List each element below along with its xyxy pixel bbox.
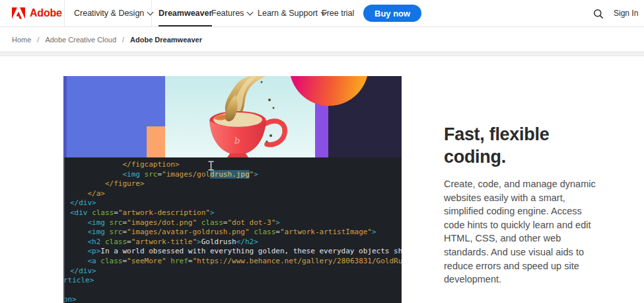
red-cup-gold-splash-illustration: b (196, 76, 314, 157)
code-line: <a class="seeMore" href="https://www.beh… (70, 257, 402, 267)
feature-body-text: Create, code, and manage dynamic website… (444, 177, 601, 286)
nav-divider (64, 0, 65, 26)
breadcrumb-separator: / (37, 36, 39, 44)
nav-item-creativity-design[interactable]: Creativity & Design (74, 0, 153, 26)
section-divider (0, 52, 644, 56)
active-tab-underline (159, 25, 212, 26)
artwork-blue-edge (63, 76, 67, 157)
nav-item-label: Creativity & Design (74, 9, 144, 18)
code-line (70, 286, 402, 296)
code-lines: </figcaption><img src="images/goldrush.j… (70, 160, 402, 303)
code-line: <div class="artwork-description"> (70, 208, 402, 218)
nav-item-features[interactable]: Features (211, 0, 252, 26)
text-ibeam-cursor-icon (207, 161, 215, 173)
code-line: <h2 class="artwork-title">Goldrush</h2> (70, 238, 402, 247)
nav-item-dreamweaver[interactable]: Dreamweaver (159, 0, 212, 26)
breadcrumb-creative-cloud[interactable]: Adobe Creative Cloud (45, 36, 116, 44)
nav-item-label: Features (211, 9, 244, 18)
chevron-down-icon (247, 9, 254, 15)
buy-now-button[interactable]: Buy now (363, 5, 421, 22)
brand-name: Adobe (30, 7, 62, 19)
adobe-a-icon (12, 7, 25, 19)
code-line: <p>In a world obsessed with everything g… (70, 247, 402, 257)
feature-heading: Fast, flexible coding. (444, 123, 569, 168)
code-line: </div> (70, 198, 402, 208)
breadcrumb-home[interactable]: Home (12, 36, 31, 44)
code-line: </div> (70, 267, 402, 277)
code-line: </figcaption> (70, 160, 402, 170)
breadcrumb: Home / Adobe Creative Cloud / Adobe Drea… (0, 27, 644, 52)
code-line: <img src="images/avatar-goldrush.png" cl… (70, 228, 402, 238)
code-line: <img src="images/goldrush.jpg"> (70, 170, 402, 180)
top-nav: Adobe Creativity & Design Dreamweaver Fe… (0, 0, 644, 27)
nav-item-learn-support[interactable]: Learn & Support (258, 0, 326, 26)
breadcrumb-current-page: Adobe Dreamweaver (130, 36, 202, 44)
nav-item-free-trial[interactable]: Free trial (322, 0, 354, 26)
code-line: </figure> (70, 179, 402, 189)
nav-item-label: Dreamweaver (159, 9, 212, 18)
code-editor-screenshot: </figcaption><img src="images/goldrush.j… (63, 157, 402, 303)
code-line: </a> (70, 189, 402, 199)
search-icon (593, 9, 604, 19)
artwork-orange-rect (147, 126, 165, 157)
code-line: on> (63, 295, 402, 303)
code-line: <img src="images/dot.png" class="dot dot… (70, 218, 402, 228)
sign-in-link[interactable]: Sign In (614, 0, 638, 26)
code-line: rticle> (63, 276, 402, 286)
search-button[interactable] (590, 6, 606, 22)
chevron-down-icon (147, 9, 154, 15)
product-screenshot-artwork: b (63, 76, 402, 157)
nav-item-label: Learn & Support (258, 9, 318, 18)
nav-item-label: Free trial (322, 9, 354, 18)
adobe-logo[interactable]: Adobe (12, 0, 62, 26)
breadcrumb-separator: / (122, 36, 124, 44)
page: Adobe Creativity & Design Dreamweaver Fe… (0, 0, 644, 303)
